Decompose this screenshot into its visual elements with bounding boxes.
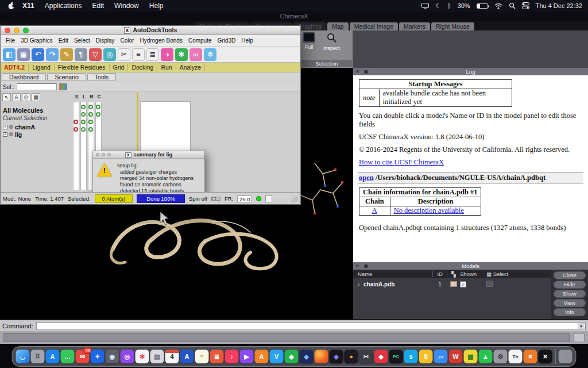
minimize-window-button[interactable] (14, 28, 20, 33)
dock-icon-grid-app[interactable]: ▦ (464, 350, 478, 363)
toggle-circle[interactable] (81, 127, 86, 132)
dock-icon-green-app[interactable]: ◆ (285, 350, 299, 363)
dock-icon-reminders[interactable]: ≣ (210, 350, 224, 363)
shown-column-header[interactable]: Shown (460, 271, 486, 277)
adt-toolbar-icon-10[interactable]: ≡ (132, 48, 145, 61)
adt-toolbar-icon-4[interactable]: ↷ (46, 48, 59, 61)
adt-toolbar-icon-6[interactable]: ¶ (75, 48, 87, 61)
adt-toolbar-icon-5[interactable]: ✎ (60, 48, 73, 61)
adt-titlebar[interactable]: XAutoDockTools (1, 26, 300, 35)
dock-icon-black-dot-app[interactable]: ● (345, 350, 358, 363)
tree-item-lig[interactable]: +lig (3, 131, 72, 138)
toggle-circle[interactable] (88, 112, 93, 117)
toggle-circle[interactable] (81, 105, 86, 109)
dock-icon-play-app[interactable]: ▲ (479, 350, 493, 363)
tree-tool-icon-1[interactable]: ↖ (2, 93, 11, 101)
clock[interactable]: Thu 4 Dec 22:32 (536, 2, 582, 9)
expander-icon[interactable]: + (3, 125, 7, 129)
dock-icon-scissors-app[interactable]: ✂ (359, 350, 373, 363)
toggle-circle[interactable] (96, 105, 100, 109)
chimerax-tab-markers[interactable]: Markers (399, 22, 430, 30)
spin-toggle[interactable] (211, 197, 220, 201)
adt-tab-analyze[interactable]: Analyze (176, 64, 205, 71)
chain-a-link[interactable]: A (372, 206, 377, 214)
adt-tab-docking[interactable]: Docking (128, 64, 157, 71)
dock-icon-messages[interactable]: … (61, 350, 75, 363)
dock-icon-navy-app[interactable]: ◆ (300, 350, 314, 363)
dock-icon-dictionary[interactable]: A (180, 350, 194, 363)
control-center-icon[interactable] (522, 2, 529, 9)
close-button[interactable]: Close (554, 271, 586, 279)
dialog-titlebar[interactable]: Xsummary for lig (93, 151, 204, 159)
dock-icon-firefox[interactable] (315, 350, 328, 363)
dock-icon-calendar[interactable]: 4 (165, 350, 179, 363)
adt-tab-run[interactable]: Run (157, 64, 176, 71)
close-window-button[interactable] (5, 28, 10, 33)
adt-toolbar-icon-8[interactable]: ◎ (103, 48, 116, 61)
adt-toolbar-icon-9[interactable]: ✂ (118, 48, 130, 61)
tree-tool-icon-3[interactable]: ◎ (22, 93, 30, 101)
bluetooth-icon[interactable]: ᛒ (447, 2, 451, 9)
selection-input[interactable] (17, 83, 57, 90)
tree-tool-icon-4[interactable]: ▦ (32, 93, 40, 101)
adt-menu-select[interactable]: Select (71, 37, 93, 44)
toggle-circle[interactable] (81, 120, 86, 124)
name-column-header[interactable]: Name (358, 271, 432, 277)
menubar-item-applications[interactable]: Applications (40, 2, 87, 10)
view-button[interactable]: View (554, 299, 586, 307)
dock-icon-word[interactable]: W (449, 350, 463, 363)
dock-icon-files-app[interactable]: ▱ (434, 350, 448, 363)
status-box[interactable] (265, 195, 272, 202)
toggle-circle[interactable] (88, 120, 93, 124)
adt-menu-help[interactable]: Help (238, 37, 256, 44)
dock-icon-tv[interactable]: ▶ (240, 350, 254, 363)
toggle-circle[interactable] (74, 127, 78, 132)
apple-menu-icon[interactable] (6, 2, 17, 10)
full-tool-button[interactable]: Full (303, 32, 315, 51)
dock-icon-launchpad[interactable]: ⠿ (31, 350, 45, 363)
chimerax-tab-right-mouse[interactable]: Right Mouse (431, 22, 474, 30)
hide-button[interactable]: Hide (554, 281, 586, 289)
menubar-item-edit[interactable]: Edit (87, 2, 109, 10)
chain-description-link[interactable]: No description available (394, 206, 464, 214)
dock-icon-red-diamond-app[interactable]: ◆ (374, 350, 388, 363)
adt-menu-edit[interactable]: Edit (56, 37, 71, 44)
dock-icon-xquartz[interactable]: ✕ (524, 350, 537, 363)
dock-icon-photo-booth[interactable]: ◉ (106, 350, 119, 363)
command-input[interactable]: ▾ (36, 322, 586, 330)
dialog-zoom-button[interactable] (107, 153, 111, 156)
focus-moon-icon[interactable]: ☾ (435, 2, 441, 10)
cite-link[interactable]: How to cite UCSF ChimeraX (359, 158, 444, 166)
menubar-item-help[interactable]: Help (144, 2, 169, 10)
dock-icon-vscode[interactable]: V (270, 350, 284, 363)
tree-tool-icon-2[interactable]: A (12, 93, 21, 101)
adt-toolbar-icon-2[interactable]: ▦ (17, 48, 30, 61)
id-column-header[interactable]: ID (432, 271, 447, 277)
shown-checkbox[interactable]: ✓ (460, 281, 466, 288)
adt-menu-3d-graphics[interactable]: 3D Graphics (18, 37, 56, 44)
expander-icon[interactable]: + (3, 132, 7, 137)
adt-menu-color[interactable]: Color (118, 37, 137, 44)
adt-tab-grid[interactable]: Grid (110, 64, 129, 71)
dock-icon-trash[interactable]: ▯ (559, 350, 572, 363)
adt-menu-compute[interactable]: Compute (185, 37, 215, 44)
adt-tab-adt4-2[interactable]: ADT4.2 (1, 64, 29, 71)
command-history-arrow-icon[interactable]: ▾ (578, 323, 585, 329)
dock-icon-thonny[interactable]: Th (509, 350, 523, 363)
open-command-link[interactable]: open (359, 174, 374, 182)
info-button[interactable]: Info (554, 308, 586, 316)
window-resize-grip[interactable] (291, 195, 298, 202)
dock-icon-pycharm[interactable]: PC (389, 350, 403, 363)
dock-icon-contacts[interactable]: ▤ (150, 350, 164, 363)
adt-subtab-scenario[interactable]: Scenario (47, 73, 86, 81)
adt-tab-ligand[interactable]: Ligand (29, 64, 55, 71)
select-checkbox[interactable] (486, 281, 493, 287)
selection-palette-icon[interactable] (59, 83, 67, 90)
dock-icon-cash-app[interactable]: $ (419, 350, 433, 363)
adt-toolbar-icon-12[interactable]: ◑ (161, 48, 173, 61)
dock-icon-settings[interactable]: ⚙ (494, 350, 508, 363)
dock-icon-finder[interactable]: ◡ (16, 350, 30, 363)
adt-toolbar-icon-3[interactable]: ↶ (32, 48, 44, 61)
select-column-header[interactable]: Select (493, 271, 508, 277)
dock-icon-app-store[interactable]: A (46, 350, 60, 363)
